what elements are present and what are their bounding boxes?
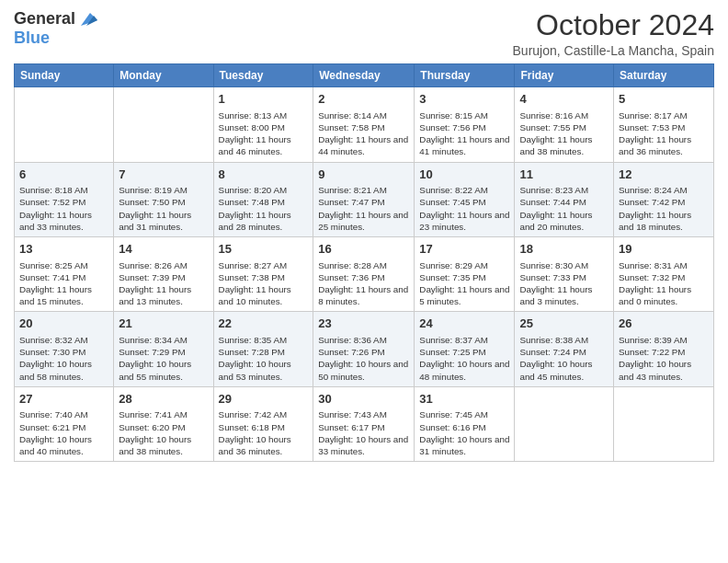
calendar-cell (15, 87, 114, 162)
day-info: Sunrise: 8:35 AM Sunset: 7:28 PM Dayligh… (219, 334, 309, 383)
day-info: Sunrise: 8:18 AM Sunset: 7:52 PM Dayligh… (19, 184, 108, 233)
day-number: 10 (419, 167, 509, 183)
calendar-cell: 2Sunrise: 8:14 AM Sunset: 7:58 PM Daylig… (313, 87, 415, 162)
day-number: 7 (119, 167, 208, 183)
calendar-cell: 3Sunrise: 8:15 AM Sunset: 7:56 PM Daylig… (415, 87, 515, 162)
day-number: 9 (318, 167, 409, 183)
day-info: Sunrise: 8:39 AM Sunset: 7:22 PM Dayligh… (619, 334, 709, 383)
calendar-cell: 6Sunrise: 8:18 AM Sunset: 7:52 PM Daylig… (15, 162, 114, 236)
calendar-cell: 20Sunrise: 8:32 AM Sunset: 7:30 PM Dayli… (15, 312, 114, 386)
day-info: Sunrise: 8:34 AM Sunset: 7:29 PM Dayligh… (119, 334, 208, 383)
day-info: Sunrise: 8:27 AM Sunset: 7:38 PM Dayligh… (219, 259, 309, 308)
calendar-cell: 27Sunrise: 7:40 AM Sunset: 6:21 PM Dayli… (15, 386, 114, 461)
day-header-tuesday: Tuesday (213, 64, 313, 87)
day-info: Sunrise: 7:40 AM Sunset: 6:21 PM Dayligh… (19, 408, 108, 457)
calendar-cell (515, 386, 614, 461)
title-section: October 2024 Burujon, Castille-La Mancha… (513, 9, 714, 58)
calendar-cell: 29Sunrise: 7:42 AM Sunset: 6:18 PM Dayli… (213, 386, 313, 461)
day-info: Sunrise: 7:42 AM Sunset: 6:18 PM Dayligh… (219, 408, 309, 457)
week-row-5: 27Sunrise: 7:40 AM Sunset: 6:21 PM Dayli… (15, 386, 714, 461)
location: Burujon, Castille-La Mancha, Spain (513, 43, 714, 58)
day-number: 8 (219, 167, 309, 183)
day-info: Sunrise: 8:32 AM Sunset: 7:30 PM Dayligh… (19, 334, 108, 383)
calendar-cell: 31Sunrise: 7:45 AM Sunset: 6:16 PM Dayli… (415, 386, 515, 461)
calendar-cell (614, 386, 714, 461)
header: General Blue October 2024 Burujon, Casti… (14, 9, 714, 58)
day-number: 26 (619, 316, 709, 332)
day-header-monday: Monday (114, 64, 213, 87)
day-number: 11 (519, 167, 609, 183)
day-info: Sunrise: 8:14 AM Sunset: 7:58 PM Dayligh… (318, 109, 409, 158)
calendar-cell: 13Sunrise: 8:25 AM Sunset: 7:41 PM Dayli… (15, 237, 114, 312)
calendar-cell: 17Sunrise: 8:29 AM Sunset: 7:35 PM Dayli… (415, 237, 515, 312)
week-row-4: 20Sunrise: 8:32 AM Sunset: 7:30 PM Dayli… (15, 312, 714, 386)
day-info: Sunrise: 8:36 AM Sunset: 7:26 PM Dayligh… (318, 334, 409, 383)
calendar-cell: 1Sunrise: 8:13 AM Sunset: 8:00 PM Daylig… (213, 87, 313, 162)
day-info: Sunrise: 7:45 AM Sunset: 6:16 PM Dayligh… (419, 408, 509, 457)
day-number: 18 (519, 241, 609, 258)
day-number: 31 (419, 391, 509, 408)
day-info: Sunrise: 8:13 AM Sunset: 8:00 PM Dayligh… (219, 109, 309, 158)
day-number: 19 (619, 241, 709, 258)
day-info: Sunrise: 7:43 AM Sunset: 6:17 PM Dayligh… (318, 408, 409, 457)
logo-blue-text: Blue (14, 29, 50, 48)
day-number: 15 (219, 241, 309, 258)
calendar-cell: 14Sunrise: 8:26 AM Sunset: 7:39 PM Dayli… (114, 237, 213, 312)
day-info: Sunrise: 8:38 AM Sunset: 7:24 PM Dayligh… (519, 334, 609, 383)
day-info: Sunrise: 8:26 AM Sunset: 7:39 PM Dayligh… (119, 259, 208, 308)
day-info: Sunrise: 8:17 AM Sunset: 7:53 PM Dayligh… (619, 109, 709, 158)
day-number: 5 (619, 91, 709, 108)
day-number: 21 (119, 316, 208, 332)
day-header-saturday: Saturday (614, 64, 714, 87)
day-number: 22 (219, 316, 309, 332)
day-number: 20 (19, 316, 108, 332)
calendar-cell: 12Sunrise: 8:24 AM Sunset: 7:42 PM Dayli… (614, 162, 714, 236)
day-number: 3 (419, 91, 509, 108)
calendar-cell: 10Sunrise: 8:22 AM Sunset: 7:45 PM Dayli… (415, 162, 515, 236)
day-info: Sunrise: 8:25 AM Sunset: 7:41 PM Dayligh… (19, 259, 108, 308)
day-number: 25 (519, 316, 609, 332)
day-number: 16 (318, 241, 409, 258)
day-number: 23 (318, 316, 409, 332)
calendar-cell: 23Sunrise: 8:36 AM Sunset: 7:26 PM Dayli… (313, 312, 415, 386)
day-header-sunday: Sunday (15, 64, 114, 87)
calendar-cell: 26Sunrise: 8:39 AM Sunset: 7:22 PM Dayli… (614, 312, 714, 386)
calendar-cell (114, 87, 213, 162)
week-row-3: 13Sunrise: 8:25 AM Sunset: 7:41 PM Dayli… (15, 237, 714, 312)
calendar-cell: 15Sunrise: 8:27 AM Sunset: 7:38 PM Dayli… (213, 237, 313, 312)
calendar-cell: 7Sunrise: 8:19 AM Sunset: 7:50 PM Daylig… (114, 162, 213, 236)
day-info: Sunrise: 8:31 AM Sunset: 7:32 PM Dayligh… (619, 259, 709, 308)
logo: General Blue (14, 9, 97, 48)
calendar-cell: 16Sunrise: 8:28 AM Sunset: 7:36 PM Dayli… (313, 237, 415, 312)
calendar: SundayMondayTuesdayWednesdayThursdayFrid… (14, 63, 714, 462)
day-number: 1 (219, 91, 309, 108)
calendar-header-row: SundayMondayTuesdayWednesdayThursdayFrid… (15, 64, 714, 87)
day-info: Sunrise: 8:16 AM Sunset: 7:55 PM Dayligh… (519, 109, 609, 158)
day-number: 28 (119, 391, 208, 408)
day-number: 14 (119, 241, 208, 258)
day-number: 30 (318, 391, 409, 408)
day-info: Sunrise: 8:20 AM Sunset: 7:48 PM Dayligh… (219, 184, 309, 233)
day-info: Sunrise: 8:22 AM Sunset: 7:45 PM Dayligh… (419, 184, 509, 233)
day-header-friday: Friday (515, 64, 614, 87)
day-info: Sunrise: 7:41 AM Sunset: 6:20 PM Dayligh… (119, 408, 208, 457)
day-info: Sunrise: 8:19 AM Sunset: 7:50 PM Dayligh… (119, 184, 208, 233)
day-number: 4 (519, 91, 609, 108)
calendar-cell: 30Sunrise: 7:43 AM Sunset: 6:17 PM Dayli… (313, 386, 415, 461)
logo-general-text: General (14, 9, 75, 29)
day-header-wednesday: Wednesday (313, 64, 415, 87)
page: General Blue October 2024 Burujon, Casti… (0, 0, 728, 563)
day-number: 13 (19, 241, 108, 258)
day-number: 29 (219, 391, 309, 408)
day-header-thursday: Thursday (415, 64, 515, 87)
calendar-cell: 18Sunrise: 8:30 AM Sunset: 7:33 PM Dayli… (515, 237, 614, 312)
day-info: Sunrise: 8:29 AM Sunset: 7:35 PM Dayligh… (419, 259, 509, 308)
calendar-cell: 21Sunrise: 8:34 AM Sunset: 7:29 PM Dayli… (114, 312, 213, 386)
calendar-cell: 4Sunrise: 8:16 AM Sunset: 7:55 PM Daylig… (515, 87, 614, 162)
calendar-cell: 11Sunrise: 8:23 AM Sunset: 7:44 PM Dayli… (515, 162, 614, 236)
day-info: Sunrise: 8:28 AM Sunset: 7:36 PM Dayligh… (318, 259, 409, 308)
day-info: Sunrise: 8:24 AM Sunset: 7:42 PM Dayligh… (619, 184, 709, 233)
calendar-cell: 28Sunrise: 7:41 AM Sunset: 6:20 PM Dayli… (114, 386, 213, 461)
day-info: Sunrise: 8:30 AM Sunset: 7:33 PM Dayligh… (519, 259, 609, 308)
day-number: 27 (19, 391, 108, 408)
